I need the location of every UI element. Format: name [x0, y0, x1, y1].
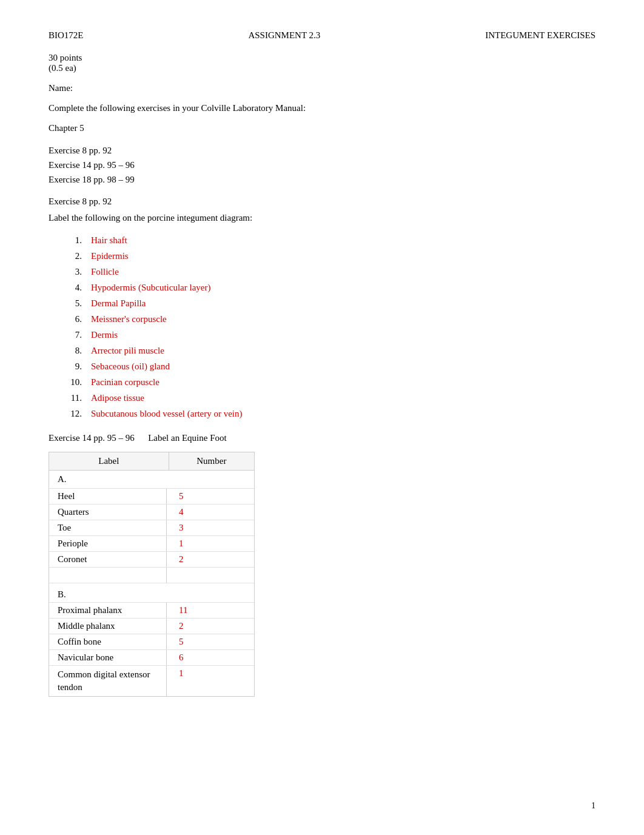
item-text: Epidermis	[91, 249, 129, 263]
name-label: Name:	[49, 83, 73, 93]
list-item: 10.Pacinian corpuscle	[61, 375, 595, 389]
item-text: Meissner's corpuscle	[91, 312, 167, 326]
number-cell: 2	[167, 552, 254, 567]
spacer-cell	[49, 568, 167, 583]
exercise14-heading: Exercise 14 pp. 95 – 96 Label an Equine …	[49, 433, 595, 443]
list-item: 2.Epidermis	[61, 249, 595, 263]
item-text: Dermal Papilla	[91, 296, 146, 310]
section-b-header: B.	[49, 583, 254, 603]
number-cell: 5	[167, 634, 254, 649]
list-item: 3.Follicle	[61, 264, 595, 279]
header-assignment: ASSIGNMENT 2.3	[248, 30, 320, 41]
number-cell: 3	[167, 520, 254, 535]
ea-text: (0.5 ea)	[49, 63, 595, 73]
col-number-header: Number	[169, 452, 254, 470]
number-cell: 2	[167, 619, 254, 634]
name-line: Name:	[49, 83, 595, 93]
col-label-header: Label	[49, 452, 169, 470]
spacer-cell	[167, 568, 254, 583]
list-item: 4.Hypodermis (Subcuticular layer)	[61, 280, 595, 295]
table-row: Navicular bone 6	[49, 650, 254, 666]
label-cell: Periople	[49, 536, 167, 551]
table-row: Middle phalanx 2	[49, 619, 254, 634]
page-header: BIO172E ASSIGNMENT 2.3 INTEGUMENT EXERCI…	[49, 30, 595, 41]
item-text: Follicle	[91, 264, 119, 279]
header-course: BIO172E	[49, 30, 84, 41]
number-cell: 5	[167, 489, 254, 504]
table-header-row: Label Number	[49, 452, 254, 471]
label-cell: Navicular bone	[49, 650, 167, 665]
number-cell: 4	[167, 505, 254, 520]
list-item: 1.Hair shaft	[61, 233, 595, 247]
item-text: Hair shaft	[91, 233, 127, 247]
item-text: Arrector pili muscle	[91, 343, 164, 358]
equine-foot-table: Label Number A. Heel 5 Quarters 4 Toe 3 …	[49, 452, 255, 697]
page-number: 1	[591, 801, 595, 811]
exercise-item-2: Exercise 14 pp. 95 – 96	[49, 158, 595, 172]
label-instruction: Label the following on the porcine integ…	[49, 213, 595, 223]
points-text: 30 points	[49, 53, 595, 63]
number-cell: 1	[167, 536, 254, 551]
list-item: 8.Arrector pili muscle	[61, 343, 595, 358]
table-spacer-row	[49, 568, 254, 583]
header-title: INTEGUMENT EXERCISES	[485, 30, 595, 41]
list-item: 6.Meissner's corpuscle	[61, 312, 595, 326]
list-item: 11.Adipose tissue	[61, 391, 595, 405]
table-row: Coffin bone 5	[49, 634, 254, 650]
label-cell-multiline: Common digital extensor tendon	[49, 666, 167, 696]
number-cell: 11	[167, 603, 254, 618]
label-cell: Proximal phalanx	[49, 603, 167, 618]
table-row: Toe 3	[49, 520, 254, 536]
item-text: Subcutanous blood vessel (artery or vein…	[91, 406, 243, 421]
list-item: 7.Dermis	[61, 327, 595, 342]
number-cell: 6	[167, 650, 254, 665]
label-cell: Middle phalanx	[49, 619, 167, 634]
item-text: Hypodermis (Subcuticular layer)	[91, 280, 210, 295]
exercise8-heading: Exercise 8 pp. 92	[49, 196, 595, 207]
label-cell: Toe	[49, 520, 167, 535]
label-cell: Coronet	[49, 552, 167, 567]
exercise14-label: Exercise 14 pp. 95 – 96	[49, 433, 135, 443]
item-text: Pacinian corpuscle	[91, 375, 159, 389]
instructions: Complete the following exercises in your…	[49, 103, 595, 113]
list-item: 12.Subcutanous blood vessel (artery or v…	[61, 406, 595, 421]
label-cell: Heel	[49, 489, 167, 504]
table-row: Coronet 2	[49, 552, 254, 568]
table-row: Heel 5	[49, 489, 254, 505]
item-text: Adipose tissue	[91, 391, 144, 405]
exercise-item-1: Exercise 8 pp. 92	[49, 143, 595, 158]
section-a-header: A.	[49, 471, 254, 489]
labeled-items-list: 1.Hair shaft 2.Epidermis 3.Follicle 4.Hy…	[61, 233, 595, 421]
table-row: Common digital extensor tendon 1	[49, 666, 254, 696]
item-text: Sebaceous (oil) gland	[91, 359, 170, 374]
chapter-label: Chapter 5	[49, 123, 595, 133]
list-item: 5.Dermal Papilla	[61, 296, 595, 310]
exercise-item-3: Exercise 18 pp. 98 – 99	[49, 172, 595, 187]
list-item: 9.Sebaceous (oil) gland	[61, 359, 595, 374]
label-cell: Coffin bone	[49, 634, 167, 649]
meta-info: 30 points (0.5 ea)	[49, 53, 595, 73]
exercise-list: Exercise 8 pp. 92 Exercise 14 pp. 95 – 9…	[49, 143, 595, 187]
table-row: Periople 1	[49, 536, 254, 552]
table-row: Quarters 4	[49, 505, 254, 520]
exercise14-subtitle: Label an Equine Foot	[148, 433, 227, 443]
item-text: Dermis	[91, 327, 118, 342]
number-cell: 1	[167, 666, 254, 696]
table-row: Proximal phalanx 11	[49, 603, 254, 619]
label-cell: Quarters	[49, 505, 167, 520]
